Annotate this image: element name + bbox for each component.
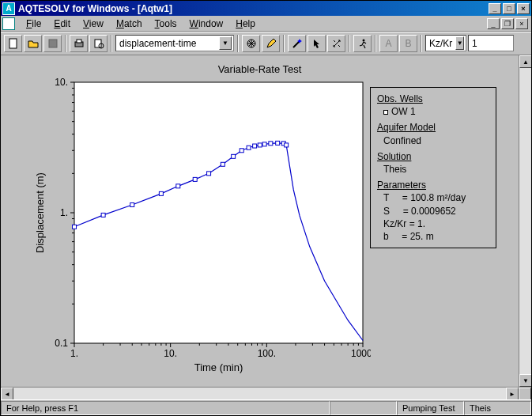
status-mode: Pumping Test [397,401,464,415]
svg-text:10.: 10. [164,348,177,359]
title-bar: A AQTESOLV for Windows - [Aqtw1] _ □ × [1,1,531,16]
wand-button[interactable] [288,35,306,52]
wand-icon [292,38,303,49]
svg-point-7 [362,39,364,41]
status-solution: Theis [464,401,531,415]
obs-well-item: OW 1 [377,105,489,118]
svg-text:10.: 10. [55,78,68,88]
status-empty [330,401,397,415]
size-grip[interactable] [519,388,531,400]
menu-file[interactable]: File [20,17,47,31]
print-preview-button[interactable] [89,35,108,52]
letter-a-icon: A [385,38,391,49]
pointer-icon [311,38,323,49]
grid-icon [246,38,257,49]
letter-b-button[interactable]: B [399,35,417,52]
crosshair-icon [331,38,342,49]
square-marker-icon [383,110,388,115]
chevron-down-icon: ▼ [219,36,232,50]
ratio-input-value: 1 [472,38,477,49]
status-bar: For Help, press F1 Pumping Test Theis [1,399,531,415]
svg-rect-65 [73,225,77,229]
menu-tools[interactable]: Tools [149,17,183,31]
minimize-button[interactable]: _ [489,3,501,14]
grid-button[interactable] [242,35,260,52]
scroll-down-button[interactable]: ▼ [519,374,532,387]
menu-match[interactable]: Match [110,17,149,31]
scroll-up-button[interactable]: ▲ [519,55,532,68]
chart-canvas: Variable-Rate Test 1.10.100.1000.0.11.10… [1,55,519,387]
scroll-left-button[interactable]: ◄ [1,388,13,400]
info-panel: Obs. Wells OW 1 Aquifer Model Confined S… [370,87,496,248]
obs-wells-header: Obs. Wells [377,93,489,105]
maximize-button[interactable]: □ [503,3,515,14]
edit-button[interactable] [262,35,280,52]
svg-text:1.: 1. [70,348,78,359]
svg-rect-0 [9,39,17,48]
close-button[interactable]: × [517,3,530,14]
svg-text:Time (min): Time (min) [194,361,243,373]
menu-help[interactable]: Help [229,17,262,31]
letter-b-icon: B [405,38,411,49]
horizontal-scrollbar[interactable]: ◄ ► [1,387,531,399]
chart-title: Variable-Rate Test [7,63,512,75]
pointer-button[interactable] [308,35,326,52]
new-icon [8,38,19,49]
print-button[interactable] [70,35,88,52]
open-icon [28,38,39,49]
ratio-combo[interactable]: Kz/Kr ▼ [425,35,466,51]
status-help: For Help, press F1 [1,401,330,415]
scroll-track[interactable] [519,68,531,374]
mdi-minimize-button[interactable]: _ [487,18,500,29]
mdi-restore-button[interactable]: ❐ [501,18,514,29]
svg-rect-74 [240,149,243,153]
svg-rect-82 [285,143,289,147]
svg-text:Displacement (m): Displacement (m) [34,172,46,253]
menu-view[interactable]: View [77,17,110,31]
open-button[interactable] [24,35,42,52]
param-t: T = 100.8 m²/day [377,191,489,204]
preview-icon [93,38,104,49]
param-s: S = 0.0009652 [377,205,489,217]
app-icon: A [2,2,15,15]
svg-rect-70 [193,177,197,181]
vertical-scrollbar[interactable]: ▲ ▼ [519,55,531,387]
svg-rect-72 [221,162,224,166]
new-button[interactable] [4,35,22,52]
svg-rect-67 [130,202,134,206]
svg-rect-1 [49,40,57,47]
chevron-down-icon: ▼ [455,36,464,50]
run-button[interactable] [353,35,372,52]
ratio-combo-value: Kz/Kr [429,38,452,49]
document-icon[interactable] [2,17,15,30]
svg-rect-76 [253,144,257,148]
aquifer-model-value: Confined [377,134,489,147]
aquifer-model-header: Aquifer Model [377,121,489,134]
svg-rect-8 [74,82,363,343]
svg-rect-73 [232,154,236,158]
svg-rect-66 [101,213,105,217]
menu-window[interactable]: Window [183,17,230,31]
scroll-right-button[interactable]: ► [506,388,519,400]
param-kzkr: Kz/Kr = 1. [377,217,489,230]
svg-rect-80 [276,141,280,145]
crosshair-button[interactable] [327,35,345,52]
svg-rect-71 [207,172,211,176]
solution-header: Solution [377,150,489,163]
svg-text:0.1: 0.1 [55,338,68,349]
plot-type-value: displacement-time [119,38,196,49]
svg-rect-68 [159,191,163,195]
scroll-track[interactable] [13,388,506,399]
toolbar: displacement-time ▼ A B Kz/Kr ▼ 1 [1,32,531,55]
svg-rect-69 [176,184,180,188]
plot-type-combo[interactable]: displacement-time ▼ [115,35,234,51]
solution-value: Theis [377,163,489,176]
menu-edit[interactable]: Edit [47,17,77,31]
save-button[interactable] [43,35,62,52]
letter-a-button[interactable]: A [379,35,398,52]
svg-text:1.: 1. [60,207,68,218]
mdi-close-button[interactable]: × [515,18,528,29]
ratio-input[interactable]: 1 [468,35,514,51]
menu-bar: File Edit View Match Tools Window Help _… [1,16,531,32]
svg-rect-77 [258,143,262,147]
